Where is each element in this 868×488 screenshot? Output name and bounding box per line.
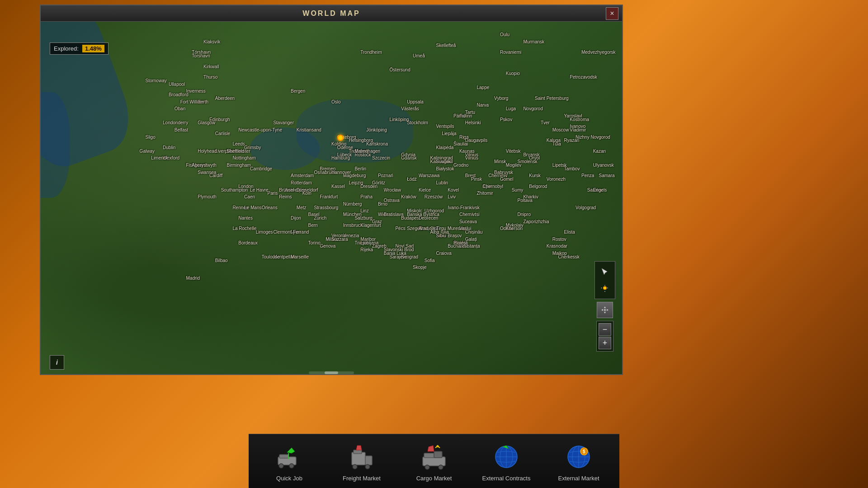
map-window: WORLD MAP × OuluSkellefteåMedvezhyegorsk…	[40, 5, 623, 375]
toolbar-label-cargo-market: Cargo Market	[416, 475, 452, 482]
map-title: WORLD MAP	[302, 9, 360, 18]
toolbar-item-external-market[interactable]: $ External Market	[542, 436, 615, 486]
map-titlebar: WORLD MAP ×	[41, 5, 622, 22]
zoom-controls: − +	[596, 321, 613, 352]
svg-text:$: $	[583, 449, 585, 454]
svg-point-14	[439, 465, 443, 469]
nav-cross[interactable]	[597, 302, 613, 318]
map-cursor-controls	[594, 261, 615, 299]
toolbar-label-external-contracts: External Contracts	[482, 475, 531, 482]
quick-job-icon	[275, 442, 304, 471]
cargo-market-icon	[420, 442, 448, 471]
info-button[interactable]: i	[50, 355, 64, 370]
zoom-in-button[interactable]: +	[599, 337, 611, 349]
explored-bar: Explored: 1.48%	[50, 42, 108, 55]
toolbar-label-external-market: External Market	[558, 475, 599, 482]
scroll-thumb	[325, 371, 338, 374]
external-contracts-icon	[492, 442, 521, 471]
svg-rect-1	[604, 309, 606, 311]
svg-rect-3	[279, 455, 288, 458]
svg-point-0	[604, 286, 607, 290]
external-market-icon: $	[564, 442, 593, 471]
map-controls: − +	[594, 261, 615, 352]
map-content[interactable]: OuluSkellefteåMedvezhyegorskUmeåTrondhei…	[41, 22, 622, 374]
svg-point-4	[279, 464, 283, 468]
toolbar-item-cargo-market[interactable]: Cargo Market	[398, 436, 470, 486]
svg-point-9	[353, 465, 357, 469]
freight-market-icon	[347, 442, 376, 471]
explored-value: 1.48%	[82, 45, 104, 52]
location-icon	[597, 281, 613, 297]
map-background	[41, 22, 622, 374]
svg-point-5	[289, 464, 294, 468]
svg-rect-11	[423, 457, 445, 466]
svg-rect-12	[424, 453, 435, 458]
baltic-sea	[297, 99, 413, 163]
svg-rect-7	[365, 456, 372, 465]
svg-rect-6	[352, 452, 365, 465]
player-marker	[337, 135, 344, 141]
svg-rect-15	[434, 451, 442, 458]
explored-label: Explored:	[54, 45, 79, 52]
svg-point-10	[365, 465, 370, 469]
svg-point-13	[425, 465, 429, 469]
irish-sea	[41, 92, 70, 198]
zoom-out-button[interactable]: −	[599, 323, 611, 336]
cursor-icon	[597, 263, 613, 280]
bottom-toolbar: Quick Job Freight Market Cargo Market Ex…	[249, 434, 619, 488]
svg-rect-8	[354, 450, 362, 454]
toolbar-item-freight-market[interactable]: Freight Market	[326, 436, 398, 486]
toolbar-label-freight-market: Freight Market	[343, 475, 381, 482]
toolbar-item-external-contracts[interactable]: External Contracts	[470, 436, 542, 486]
close-button[interactable]: ×	[606, 7, 618, 20]
scroll-hint	[309, 371, 354, 374]
toolbar-label-quick-job: Quick Job	[276, 475, 302, 482]
toolbar-item-quick-job[interactable]: Quick Job	[253, 436, 326, 486]
